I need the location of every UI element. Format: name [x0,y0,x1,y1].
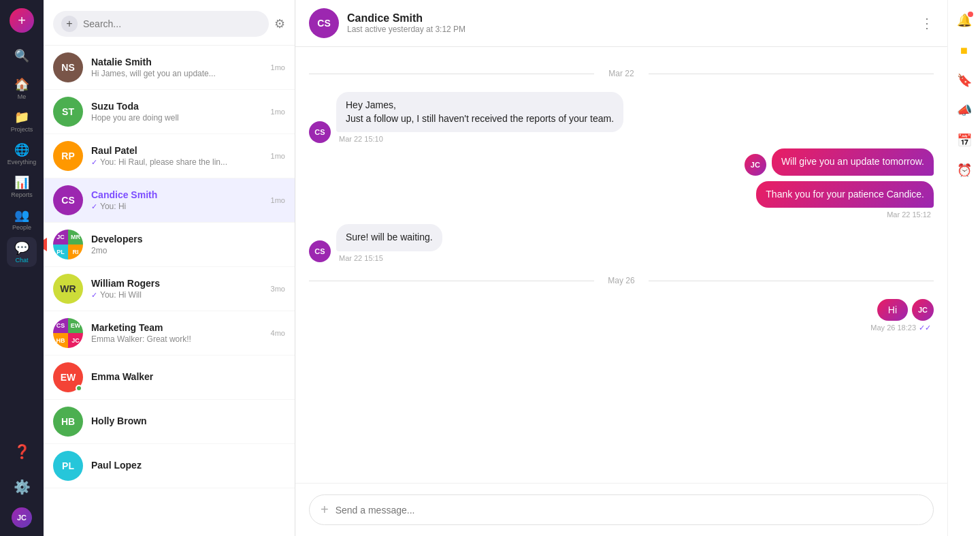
contact-time: 3mo [271,285,285,293]
avatar: RP [53,141,83,171]
contact-name: Suzu Toda [91,101,263,112]
sidebar-header: + ⚙ [44,0,295,46]
avatar: PL [53,451,83,481]
message-time: Mar 22 15:12 [884,210,934,219]
avatar: EW [53,362,83,392]
chat-header: CS Candice Smith Last active yesterday a… [295,0,947,47]
list-item[interactable]: PL Paul Lopez [44,444,295,488]
message-time: May 26 18:23 ✓✓ [868,324,934,332]
nav-me[interactable]: 🏠 Me [7,74,37,104]
contact-list: NS Natalie Smith Hi James, will get you … [44,46,295,536]
notification-dot [968,12,973,17]
chat-icon: 💬 [14,240,29,255]
search-bar[interactable]: + [53,11,269,37]
list-item[interactable]: CS Candice Smith ✓ You: Hi 1mo [44,178,295,223]
contact-preview: ✓ You: Hi Will [91,290,263,300]
msg-avatar: CS [309,121,331,143]
contact-name: Candice Smith [91,189,263,200]
chat-contact-name: Candice Smith [347,12,912,25]
contact-name: Holly Brown [91,415,285,426]
list-item[interactable]: WR William Rogers ✓ You: Hi Will 3mo [44,267,295,311]
nav-reports[interactable]: 📊 Reports [7,172,37,202]
globe-icon: 🌐 [14,142,29,157]
msg-avatar: CS [309,240,331,262]
chart-icon: 📊 [14,175,29,190]
search-icon: 🔍 [14,48,29,63]
list-item[interactable]: HB Holly Brown [44,400,295,444]
message-row: CS Sure! will be waiting. Mar 22 15:15 [309,224,934,262]
search-input[interactable] [83,18,261,29]
contact-name: Raul Patel [91,145,263,156]
chat-contact-status: Last active yesterday at 3:12 PM [347,25,912,34]
avatar: NS [53,52,83,82]
contact-preview: ✓ You: Hi Raul, please share the lin... [91,157,263,167]
contact-preview: ✓ You: Hi [91,202,263,211]
nav-settings[interactable]: ⚙️ [7,472,37,502]
contact-time: 1mo [271,152,285,160]
megaphone-button[interactable]: 📣 [952,98,977,123]
chat-header-avatar: CS [309,8,339,38]
contact-preview: 2mo [91,246,285,255]
message-input[interactable] [336,505,922,516]
square-button[interactable]: ■ [952,38,977,63]
contact-time: 1mo [271,108,285,116]
messages-area: Mar 22 CS Hey James,Just a follow up, I … [295,47,947,483]
msg-avatar: JC [912,299,934,321]
arrow-indicator [44,238,47,251]
people-icon: 👥 [14,208,29,223]
sidebar-settings-button[interactable]: ⚙ [274,16,285,31]
message-bubble: Thank you for your patience Candice. [756,181,934,208]
nav-help[interactable]: ❓ [7,437,37,467]
message-bubble: Will give you an update tomorrow. [772,148,934,176]
list-item[interactable]: EW Emma Walker [44,356,295,400]
right-bar: 🔔 ■ 🔖 📣 📅 ⏰ [947,0,980,536]
list-item[interactable]: NS Natalie Smith Hi James, will get you … [44,46,295,90]
message-bubble: Sure! will be waiting. [336,224,442,251]
left-nav: + 🔍 🏠 Me 📁 Projects 🌐 Everything 📊 Repor… [0,0,44,536]
settings-icon: ⚙️ [14,479,31,495]
message-input-area: + [295,483,947,536]
add-button[interactable]: + [10,8,34,33]
chat-main: CS Candice Smith Last active yesterday a… [295,0,947,536]
list-item[interactable]: RP Raul Patel ✓ You: Hi Raul, please sha… [44,134,295,178]
date-divider: Mar 22 [309,69,934,78]
clock-button[interactable]: ⏰ [952,158,977,183]
contact-time: 4mo [271,329,285,337]
message-row: Hi JC May 26 18:23 ✓✓ [309,299,934,332]
contact-name: Emma Walker [91,371,285,382]
user-avatar[interactable]: JC [12,507,32,528]
more-options-button[interactable]: ⋮ [920,15,934,31]
group-avatar: JC MR PL RI [53,230,83,259]
folder-icon: 📁 [14,110,29,125]
message-row: Will give you an update tomorrow. JC [309,148,934,176]
nav-everything[interactable]: 🌐 Everything [7,139,37,169]
contact-name: Marketing Team [91,322,263,333]
nav-projects[interactable]: 📁 Projects [7,106,37,136]
bookmark-button[interactable]: 🔖 [952,68,977,93]
list-item[interactable]: CS EW HB JC Marketing Team Emma Walker: … [44,311,295,356]
message-bubble: Hey James,Just a follow up, I still have… [336,92,623,132]
calendar-button[interactable]: 📅 [952,128,977,153]
contact-time: 1mo [271,196,285,204]
message-row: CS Hey James,Just a follow up, I still h… [309,92,934,143]
contact-preview: Hope you are doing well [91,113,263,123]
message-bubble: Hi [877,299,908,321]
avatar: WR [53,274,83,304]
attach-button[interactable]: + [321,502,329,518]
notification-button[interactable]: 🔔 [952,8,977,33]
search-plus-button[interactable]: + [61,16,78,32]
nav-chat[interactable]: 💬 Chat [7,237,37,267]
msg-avatar: JC [745,154,766,176]
nav-search[interactable]: 🔍 [7,41,37,71]
online-indicator [76,385,82,392]
avatar: CS [53,185,83,215]
message-time: Mar 22 15:10 [336,135,623,143]
avatar: HB [53,407,83,437]
contact-name: Developers [91,234,285,245]
nav-people[interactable]: 👥 People [7,204,37,234]
list-item[interactable]: ST Suzu Toda Hope you are doing well 1mo [44,90,295,134]
message-row: Thank you for your patience Candice. Mar… [309,181,934,219]
contact-preview: Hi James, will get you an update... [91,69,263,78]
contact-name: William Rogers [91,278,263,289]
list-item[interactable]: JC MR PL RI Developers 2mo [44,223,295,267]
